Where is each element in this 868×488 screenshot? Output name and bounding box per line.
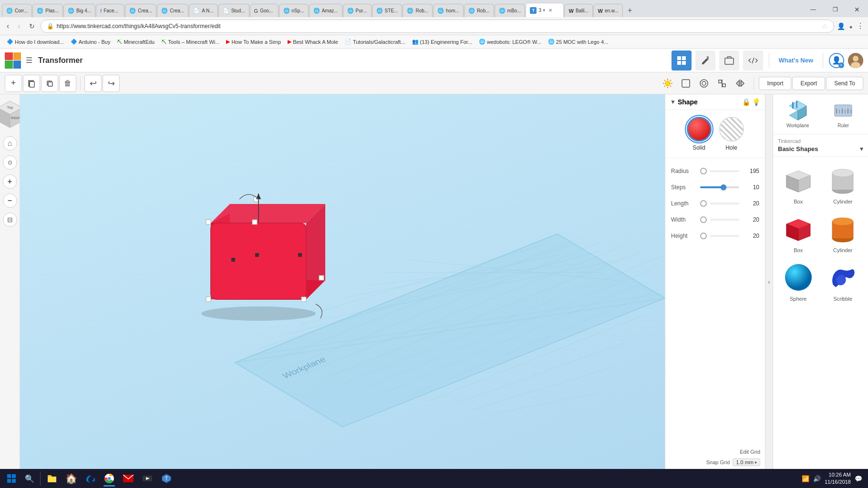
tab-item[interactable]: 🌐mBo... bbox=[495, 4, 526, 17]
back-button[interactable]: ‹ bbox=[4, 21, 12, 31]
forward-button[interactable]: › bbox=[15, 21, 23, 31]
undo-button[interactable]: ↩ bbox=[84, 75, 102, 92]
viewport[interactable]: Workplane bbox=[20, 94, 665, 470]
refresh-button[interactable]: ↻ bbox=[26, 21, 38, 31]
bookmark-item[interactable]: 👥(13) Engineering For... bbox=[409, 38, 475, 46]
tab-item[interactable]: WBalli... bbox=[564, 4, 593, 17]
whats-new-button[interactable]: What's New bbox=[775, 55, 817, 66]
duplicate-button[interactable] bbox=[41, 75, 58, 92]
library-item-box-red[interactable]: Box bbox=[777, 209, 820, 256]
ruler-button[interactable]: Ruler bbox=[823, 98, 865, 130]
bookmark-item[interactable]: 📄Tutorials/Galacticraft... bbox=[342, 38, 408, 46]
width-radio[interactable] bbox=[700, 216, 707, 223]
taskbar-app-files[interactable] bbox=[42, 469, 62, 488]
volume-icon[interactable]: 🔊 bbox=[813, 475, 821, 482]
length-radio[interactable] bbox=[700, 200, 707, 207]
tab-item[interactable]: 🌐Corr... bbox=[2, 4, 32, 17]
bookmark-item[interactable]: 🌐25 MOC with Lego 4... bbox=[545, 38, 611, 46]
taskbar-app-app8[interactable]: T bbox=[157, 469, 176, 488]
bookmark-item[interactable]: 🔷Arduino - Buy bbox=[68, 38, 114, 46]
search-button[interactable]: 🔍 bbox=[21, 470, 38, 487]
taskbar-app-chrome[interactable] bbox=[100, 469, 119, 488]
library-item-scribble[interactable]: Scribble bbox=[822, 258, 865, 305]
library-selector[interactable]: Tinkercad Basic Shapes ▾ bbox=[773, 134, 868, 157]
width-value[interactable]: 20 bbox=[742, 216, 759, 223]
add-shape-button[interactable]: + bbox=[5, 75, 22, 92]
steps-slider-thumb[interactable] bbox=[721, 184, 726, 190]
library-item-box-gray[interactable]: Box bbox=[777, 161, 820, 207]
clock-display[interactable]: 10:26 AM 11/16/2018 bbox=[825, 471, 851, 486]
start-button[interactable] bbox=[2, 469, 21, 488]
copy-button[interactable] bbox=[23, 75, 40, 92]
panel-collapse-arrow[interactable]: › bbox=[765, 94, 773, 470]
tab-item[interactable]: 🌐Rob... bbox=[403, 4, 433, 17]
radius-radio[interactable] bbox=[700, 168, 707, 174]
tab-item[interactable]: 📄Stud... bbox=[218, 4, 249, 17]
maximize-button[interactable]: ❒ bbox=[824, 2, 846, 17]
portfolio-button[interactable] bbox=[719, 51, 739, 71]
tab-item[interactable]: GGoo... bbox=[250, 4, 279, 17]
notifications-icon[interactable]: 💬 bbox=[855, 475, 862, 482]
profile-icon[interactable]: 👤 bbox=[837, 22, 845, 30]
tab-item[interactable]: 🌐Rob... bbox=[464, 4, 494, 17]
hole-option[interactable]: Hole bbox=[719, 117, 744, 151]
menu-icon[interactable]: ⋮ bbox=[857, 21, 864, 30]
steps-value[interactable]: 10 bbox=[742, 184, 759, 191]
light-tool[interactable] bbox=[659, 75, 676, 92]
tab-item[interactable]: fFace... bbox=[96, 4, 124, 17]
shape-info-icon[interactable]: 💡 bbox=[752, 98, 760, 106]
extensions-icon[interactable]: ⬥ bbox=[849, 22, 853, 30]
tab-item[interactable]: 🌐Crea... bbox=[157, 4, 188, 17]
snap-grid-value[interactable]: 1.0 mm ▾ bbox=[733, 458, 760, 466]
shape-panel-collapse[interactable]: ▼ bbox=[670, 99, 676, 105]
code-button[interactable] bbox=[743, 51, 763, 71]
address-bar[interactable]: 🔒 https://www.tinkercad.com/things/kA48A… bbox=[41, 20, 834, 33]
zoom-in-button[interactable]: + bbox=[3, 174, 17, 189]
mirror-tool[interactable] bbox=[732, 75, 749, 92]
tab-item[interactable]: 📄A N... bbox=[189, 4, 217, 17]
edit-grid-button[interactable]: Edit Grid bbox=[740, 449, 760, 455]
library-item-sphere[interactable]: Sphere bbox=[777, 258, 820, 305]
tab-active[interactable]: T 3 × ✕ bbox=[526, 3, 564, 17]
radius-value[interactable]: 195 bbox=[742, 168, 759, 174]
app-menu-icon[interactable]: ☰ bbox=[26, 56, 32, 65]
height-value[interactable]: 20 bbox=[742, 233, 759, 239]
tab-item[interactable]: 🌐Amaz... bbox=[309, 4, 342, 17]
bookmark-how-to-make-simp[interactable]: ▶How To Make a Simp bbox=[223, 38, 284, 46]
tab-item[interactable]: 🌐nSp... bbox=[279, 4, 309, 17]
zoom-out-button[interactable]: − bbox=[3, 193, 17, 208]
shape-lock-icon[interactable]: 🔒 bbox=[742, 98, 750, 106]
bookmark-best-whack-a-mole[interactable]: ▶Best Whack A Mole bbox=[285, 38, 341, 46]
tab-item[interactable]: 🌐hom... bbox=[433, 4, 464, 17]
workplane-button[interactable]: Workplane bbox=[777, 98, 819, 130]
shape-tool-1[interactable] bbox=[677, 75, 694, 92]
taskbar-app-edge[interactable] bbox=[81, 469, 100, 488]
tab-item[interactable]: 🌐STE... bbox=[372, 4, 403, 17]
bookmark-item[interactable]: 🌐wedobots: LEGO® W... bbox=[476, 38, 544, 46]
tab-item[interactable]: 🌐Big 4... bbox=[63, 4, 95, 17]
library-item-cylinder-orange[interactable]: Cylinder bbox=[822, 209, 865, 256]
user-avatar[interactable] bbox=[848, 53, 863, 68]
taskbar-app-media[interactable] bbox=[138, 469, 157, 488]
layers-button[interactable]: ⊟ bbox=[3, 213, 17, 227]
delete-button[interactable]: 🗑 bbox=[59, 75, 76, 92]
bookmark-item[interactable]: 🔷How do I download... bbox=[4, 38, 67, 46]
library-item-cylinder-gray[interactable]: Cylinder bbox=[822, 161, 865, 207]
import-button[interactable]: Import bbox=[759, 77, 791, 90]
shape-tool-2[interactable] bbox=[695, 75, 713, 92]
bookmark-star[interactable]: ☆ bbox=[822, 22, 828, 30]
minimize-button[interactable]: — bbox=[802, 2, 824, 17]
close-button[interactable]: ✕ bbox=[846, 2, 868, 17]
home-view-button[interactable]: ⌂ bbox=[3, 136, 17, 151]
3d-object[interactable] bbox=[182, 175, 325, 318]
taskbar-app-email[interactable] bbox=[119, 469, 138, 488]
zoom-fit-button[interactable]: ⊙ bbox=[3, 155, 17, 170]
bookmark-item[interactable]: ⛏MinecraftEdu bbox=[114, 38, 157, 46]
tab-item[interactable]: Wen.w... bbox=[593, 4, 622, 17]
solid-option[interactable]: Solid bbox=[687, 117, 712, 151]
align-tool[interactable] bbox=[713, 75, 731, 92]
tab-item[interactable]: 🌐Plas... bbox=[32, 4, 63, 17]
tab-item[interactable]: 🌐Pur... bbox=[343, 4, 372, 17]
height-radio[interactable] bbox=[700, 233, 707, 239]
taskbar-app-home[interactable]: 🏠 bbox=[62, 469, 81, 488]
